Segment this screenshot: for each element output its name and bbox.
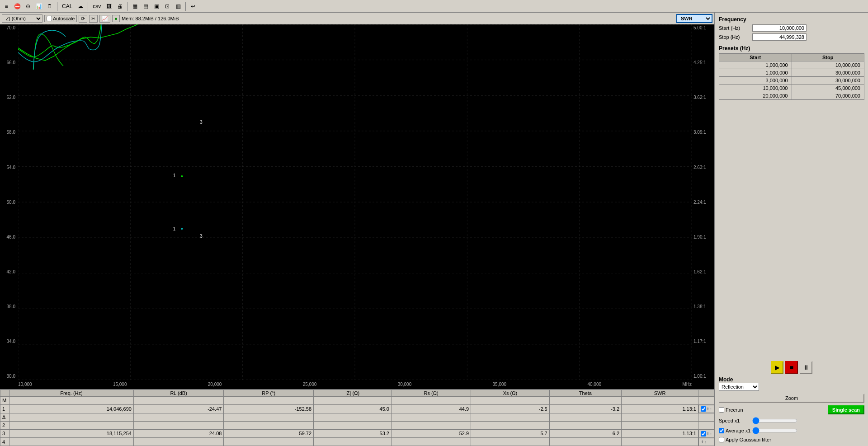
start-freq-input[interactable] — [752, 24, 807, 32]
toolbar-print[interactable]: 🖨 — [115, 2, 124, 11]
preset-row-3[interactable]: 10,000,000 45,000,000 — [719, 85, 864, 92]
table-row-delta: Δ — [0, 413, 714, 421]
toolbar-grid2[interactable]: ▤ — [141, 2, 150, 11]
speed-slider[interactable] — [752, 417, 797, 424]
svg-text:▼: ▼ — [180, 226, 184, 231]
preset-start-4[interactable]: 20,000,000 — [719, 92, 792, 100]
toolbar-undo[interactable]: ↩ — [189, 2, 198, 11]
toolbar-cloud[interactable]: ☁ — [76, 2, 85, 11]
y-right-6: 1.90:1 — [693, 235, 713, 239]
autoscale-input[interactable] — [47, 16, 52, 21]
sep-4 — [185, 2, 186, 11]
preset-row-2[interactable]: 3,000,000 30,000,000 — [719, 77, 864, 85]
preset-start-3[interactable]: 10,000,000 — [719, 85, 792, 92]
x-label-1: 15,000 — [113, 382, 127, 387]
cell-d-z — [314, 413, 392, 421]
rotate-btn[interactable]: ⟳ — [79, 15, 87, 23]
play-btn[interactable]: ▶ — [771, 361, 783, 374]
bottom-icons-row: ▶ ■ ⏸ — [719, 361, 864, 374]
sep-1 — [57, 2, 57, 11]
toolbar-grid4[interactable]: ⊡ — [163, 2, 172, 11]
average-checkbox-label[interactable]: Average x1 — [719, 428, 750, 433]
presets-table: Start Stop 1,000,000 10,000,000 1,000,00… — [719, 53, 864, 100]
average-slider[interactable] — [752, 427, 797, 434]
svg-text:3: 3 — [200, 120, 203, 125]
toolbar-btn-4[interactable]: 📊 — [34, 2, 43, 11]
stop-freq-label: Stop (Hz) — [719, 34, 750, 40]
stop-freq-input[interactable] — [752, 33, 807, 41]
toolbar-csv[interactable]: csv — [91, 2, 103, 11]
cell-4-extra: ⬆ ↕ — [698, 438, 714, 446]
toolbar-cal[interactable]: CAL — [60, 2, 74, 11]
cell-d-theta — [549, 413, 621, 421]
cell-3-rl: -24.08 — [133, 429, 224, 438]
stop-btn[interactable]: ■ — [785, 361, 798, 374]
col-freq: Freq. (Hz) — [9, 390, 134, 396]
toolbar-grid1[interactable]: ▦ — [130, 2, 139, 11]
chart-canvas[interactable]: 70.0 66.0 62.0 58.0 54.0 50.0 46.0 42.0 … — [0, 24, 714, 389]
y-right-2: 3.62:1 — [693, 95, 713, 100]
gaussian-label[interactable]: Apply Gaussian filter — [719, 437, 771, 442]
cell-1-theta: -3.2 — [549, 404, 621, 413]
preset-stop-3[interactable]: 45,000,000 — [792, 85, 864, 92]
cell-4-freq — [9, 438, 134, 446]
row1-icon2: ↕ — [710, 407, 712, 411]
preset-start-1[interactable]: 1,000,000 — [719, 69, 792, 77]
cell-2-swr — [622, 421, 698, 429]
preset-stop-1[interactable]: 30,000,000 — [792, 69, 864, 77]
spacer — [719, 103, 864, 357]
cell-4-rp — [224, 438, 314, 446]
row3-check[interactable] — [701, 431, 706, 437]
svg-text:1: 1 — [173, 173, 176, 178]
preset-start-2[interactable]: 3,000,000 — [719, 77, 792, 85]
graph-btn[interactable]: 📈 — [99, 15, 110, 23]
toolbar-btn-5[interactable]: 🗒 — [45, 2, 54, 11]
toolbar-btn-1[interactable]: ≡ — [2, 2, 11, 11]
col-rl: RL (dB) — [133, 390, 224, 396]
swr-dropdown[interactable]: SWR RL Phase — [676, 14, 712, 23]
toolbar-grid3[interactable]: ▣ — [152, 2, 161, 11]
cell-3-rp: -59.72 — [224, 429, 314, 438]
preset-row-1[interactable]: 1,000,000 30,000,000 — [719, 69, 864, 77]
freerun-checkbox[interactable] — [719, 407, 724, 413]
pause-btn[interactable]: ⏸ — [800, 361, 812, 374]
single-scan-btn[interactable]: Single scan — [828, 405, 864, 414]
y-label-8: 38.0 — [1, 304, 17, 309]
y-axis-dropdown[interactable]: Z| (Ohm) RL (dB) SWR — [2, 14, 42, 23]
y-right-5: 2.24:1 — [693, 200, 713, 205]
autoscale-label: Autoscale — [53, 16, 75, 21]
gaussian-checkbox[interactable] — [719, 437, 724, 442]
scissors-btn[interactable]: ✂ — [89, 15, 98, 23]
cell-d-rs — [391, 413, 471, 421]
row-label-4: 4 — [0, 438, 9, 446]
cell-d-swr — [622, 413, 698, 421]
preset-row-0[interactable]: 1,000,000 10,000,000 — [719, 61, 864, 69]
autoscale-checkbox[interactable]: Autoscale — [44, 15, 77, 22]
table-row-3: 3 18,115,254 -24.08 -59.72 53.2 52.9 -5.… — [0, 429, 714, 438]
stop-freq-row: Stop (Hz) — [719, 33, 864, 41]
cell-2-extra — [698, 421, 714, 429]
impedance-path — [18, 24, 102, 57]
freerun-label[interactable]: Freerun — [719, 407, 743, 413]
cell-3-freq: 18,115,254 — [9, 429, 134, 438]
preset-stop-0[interactable]: 10,000,000 — [792, 61, 864, 69]
preset-stop-4[interactable]: 70,000,000 — [792, 92, 864, 100]
zoom-btn[interactable]: Zoom — [719, 394, 864, 403]
row1-check[interactable] — [701, 406, 706, 412]
preset-start-0[interactable]: 1,000,000 — [719, 61, 792, 69]
preset-stop-2[interactable]: 30,000,000 — [792, 77, 864, 85]
cell-4-xs — [471, 438, 550, 446]
row1-icon1: ⬆ — [706, 407, 710, 411]
green-dot-btn[interactable]: ● — [112, 15, 120, 22]
toolbar-btn-2[interactable]: ⛔ — [13, 2, 22, 11]
mode-select[interactable]: Reflection Transmission — [719, 383, 759, 391]
preset-row-4[interactable]: 20,000,000 70,000,000 — [719, 92, 864, 100]
toolbar-grid5[interactable]: ▥ — [174, 2, 183, 11]
cell-1-rp: -152.58 — [224, 404, 314, 413]
scan-row: Freerun Single scan — [719, 405, 864, 414]
toolbar-btn-3[interactable]: ⊙ — [24, 2, 33, 11]
col-xs: Xs (Ω) — [471, 390, 550, 396]
toolbar-img[interactable]: 🖼 — [104, 2, 113, 11]
cell-m-rp — [224, 396, 314, 404]
average-checkbox[interactable] — [719, 428, 724, 433]
